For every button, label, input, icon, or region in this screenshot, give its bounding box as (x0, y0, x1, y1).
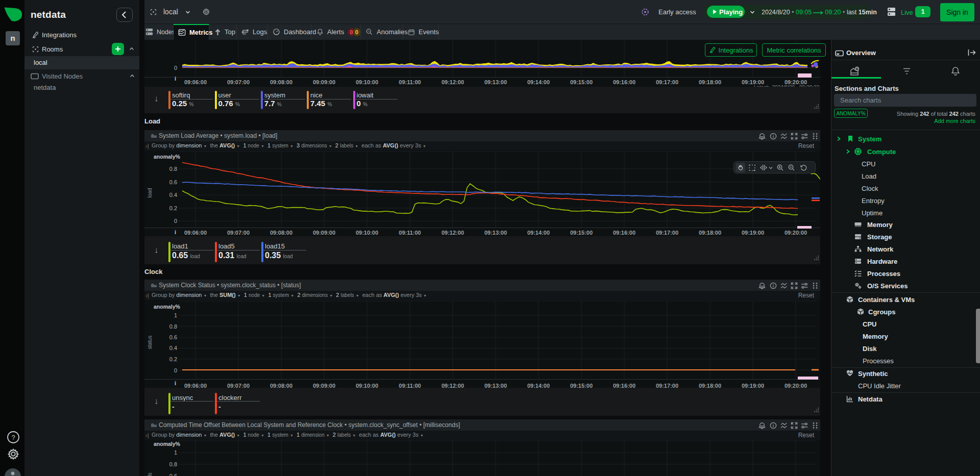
svg-text:?: ? (11, 434, 15, 441)
